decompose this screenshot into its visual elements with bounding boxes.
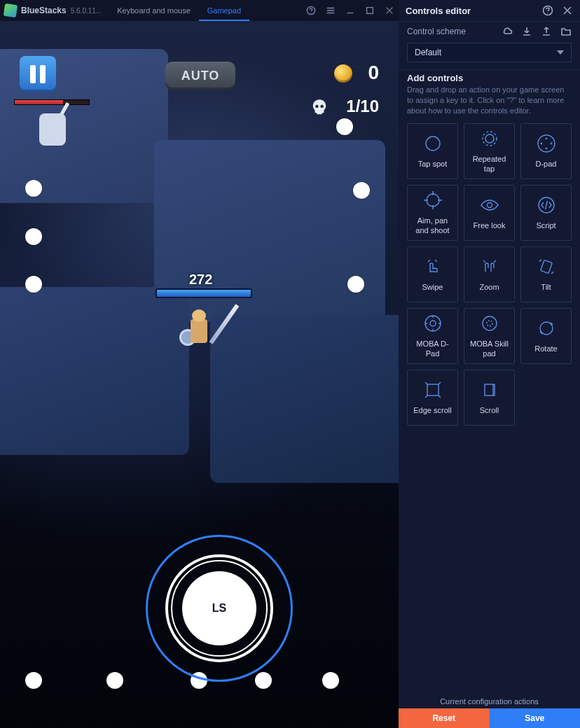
maximize-icon[interactable]	[365, 6, 375, 15]
svg-point-12	[487, 202, 492, 207]
editor-header: Controls editor	[399, 0, 580, 21]
close-window-icon[interactable]	[385, 6, 394, 15]
control-scroll[interactable]: Scroll	[464, 370, 515, 426]
pause-button[interactable]	[20, 56, 56, 92]
control-label: Script	[533, 221, 558, 230]
config-actions-label: Current configuration actions	[399, 693, 580, 708]
svg-rect-20	[427, 384, 439, 396]
player-sprite	[175, 301, 224, 364]
scheme-folder-icon[interactable]	[560, 26, 572, 37]
crosshair-icon	[422, 190, 443, 211]
app-version: 5.6.0.11...	[71, 7, 102, 15]
control-edge-scroll[interactable]: Edge scroll	[407, 370, 458, 426]
tap-spot-marker[interactable]	[336, 118, 353, 135]
control-label: Tilt	[538, 283, 553, 292]
analog-stick-overlay[interactable]: LS	[146, 535, 293, 682]
tap-spot-marker[interactable]	[25, 180, 42, 197]
script-icon	[536, 195, 557, 216]
auto-button[interactable]: AUTO	[165, 62, 235, 90]
tab-gamepad[interactable]: Gamepad	[199, 0, 249, 21]
skull-icon	[310, 98, 329, 116]
game-viewport[interactable]: AUTO 0 1/10 272	[0, 21, 399, 728]
tap-spot-marker[interactable]	[353, 182, 370, 199]
hamburger-icon[interactable]	[326, 6, 336, 15]
svg-point-17	[483, 316, 497, 330]
scheme-import-icon[interactable]	[521, 26, 532, 37]
control-moba-dpad[interactable]: MOBA D-Pad	[407, 308, 458, 364]
scheme-row: Control scheme	[399, 22, 580, 43]
control-label: D-pad	[533, 160, 560, 169]
tab-keyboard-mouse[interactable]: Keyboard and mouse	[109, 0, 199, 21]
svg-rect-2	[367, 8, 373, 14]
add-controls-title: Add controls	[399, 70, 580, 85]
scheme-value: Default	[415, 48, 441, 57]
tap-spot-marker[interactable]	[25, 672, 42, 689]
control-label: Scroll	[477, 406, 502, 415]
control-label: Repeated tap	[464, 155, 514, 173]
tap-spot-marker[interactable]	[322, 672, 339, 689]
svg-point-1	[310, 13, 311, 13]
editor-footer: Current configuration actions Reset Save	[399, 693, 580, 728]
tap-spot-marker[interactable]	[25, 228, 42, 245]
zoom-icon	[479, 256, 500, 277]
scheme-label: Control scheme	[407, 27, 502, 36]
coin-icon	[334, 64, 352, 83]
rotate-icon	[536, 318, 557, 339]
svg-rect-14	[540, 260, 552, 273]
svg-point-18	[487, 321, 492, 326]
tap-spot-marker[interactable]	[347, 276, 364, 293]
control-tilt[interactable]: Tilt	[520, 246, 572, 302]
control-label: Edge scroll	[410, 406, 454, 415]
titlebar: BlueStacks 5.6.0.11... Keyboard and mous…	[0, 0, 399, 21]
input-mode-tabs: Keyboard and mouse Gamepad	[109, 0, 249, 21]
tap-spot-marker[interactable]	[106, 672, 123, 689]
editor-close-icon[interactable]	[562, 5, 573, 16]
control-label: Aim, pan and shoot	[408, 216, 457, 234]
control-aim-pan-shoot[interactable]: Aim, pan and shoot	[407, 185, 458, 241]
swipe-icon	[422, 256, 443, 277]
control-label: Rotate	[532, 344, 560, 354]
dpad-icon	[536, 133, 557, 154]
moba-skill-icon	[479, 313, 500, 334]
control-label: Zoom	[476, 283, 502, 292]
control-free-look[interactable]: Free look	[464, 185, 515, 241]
bluestacks-logo-icon	[4, 4, 18, 18]
save-button[interactable]: Save	[490, 708, 581, 728]
control-label: Tap spot	[415, 160, 450, 169]
scroll-icon	[479, 379, 500, 400]
svg-point-11	[427, 194, 439, 206]
control-rotate[interactable]: Rotate	[520, 308, 572, 364]
minimize-icon[interactable]	[345, 6, 355, 15]
reset-button[interactable]: Reset	[399, 708, 490, 728]
control-script[interactable]: Script	[520, 185, 572, 241]
control-moba-skill[interactable]: MOBA Skill pad	[464, 308, 515, 364]
control-zoom[interactable]: Zoom	[464, 246, 515, 302]
analog-stick-label: LS	[182, 571, 256, 645]
edge-scroll-icon	[422, 379, 443, 400]
controls-grid: Tap spot Repeated tap D-pad Aim, pan and…	[399, 123, 580, 434]
kill-count: 1/10	[346, 97, 379, 116]
enemy-hp-bar	[14, 99, 90, 105]
tap-spot-marker[interactable]	[25, 276, 42, 293]
tilt-icon	[536, 256, 557, 277]
player-hp-bar	[156, 288, 252, 298]
svg-point-8	[485, 134, 494, 143]
scheme-export-icon[interactable]	[541, 26, 552, 37]
svg-point-4	[320, 105, 323, 108]
editor-help-icon[interactable]	[542, 5, 553, 16]
help-icon[interactable]	[306, 6, 316, 15]
controls-editor-panel: Controls editor Control scheme Default A…	[399, 0, 580, 728]
scheme-cloud-icon[interactable]	[502, 26, 513, 37]
repeated-tap-icon	[479, 128, 500, 149]
svg-point-6	[547, 13, 548, 13]
svg-point-9	[483, 132, 497, 146]
enemy-sprite	[34, 106, 71, 148]
control-label: MOBA D-Pad	[408, 340, 457, 358]
control-tap-spot[interactable]: Tap spot	[407, 123, 458, 179]
svg-point-15	[425, 316, 441, 331]
game-pane: BlueStacks 5.6.0.11... Keyboard and mous…	[0, 0, 399, 728]
control-dpad[interactable]: D-pad	[520, 123, 572, 179]
control-swipe[interactable]: Swipe	[407, 246, 458, 302]
scheme-dropdown[interactable]: Default	[407, 43, 572, 62]
control-repeated-tap[interactable]: Repeated tap	[464, 123, 515, 179]
